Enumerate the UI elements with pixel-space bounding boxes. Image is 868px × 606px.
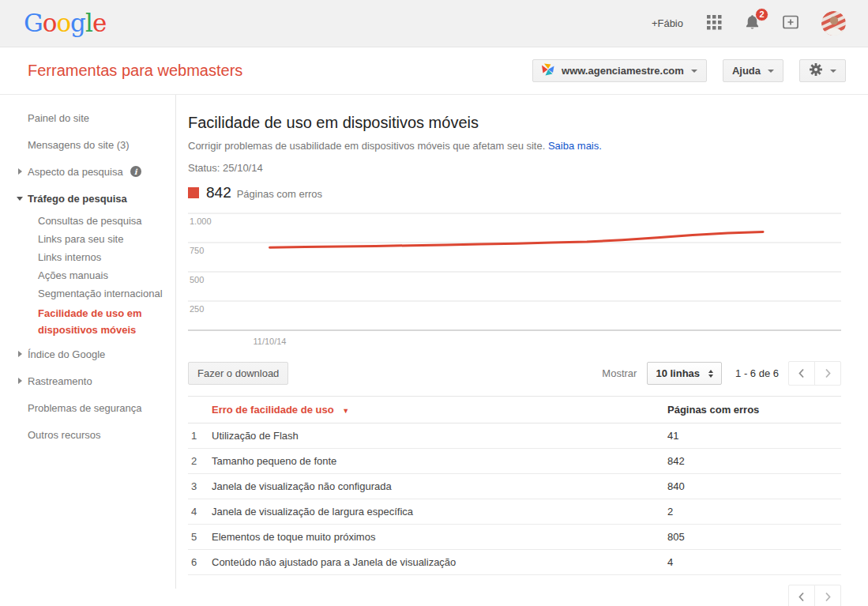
rows-select-value: 10 linhas xyxy=(656,367,700,379)
chevron-down-icon xyxy=(830,70,836,73)
sidebar-item-outros-recursos[interactable]: Outros recursos xyxy=(0,421,175,448)
sidebar-item-label: Segmentação internacional xyxy=(38,288,163,299)
sidebar-item-label: Painel do site xyxy=(28,112,89,124)
info-icon[interactable]: i xyxy=(130,166,141,177)
row-number: 3 xyxy=(188,474,212,499)
sidebar-item-painel-do-site[interactable]: Painel do site xyxy=(0,104,175,131)
status-text: Status: 25/10/14 xyxy=(188,162,841,174)
usability-chart: 1.00075050025011/10/14 xyxy=(188,213,841,348)
error-name[interactable]: Elementos de toque muito próximos xyxy=(212,525,667,550)
google-logo[interactable]: Google xyxy=(24,11,106,36)
table-row: 1Utilização de Flash41 xyxy=(188,423,841,449)
error-name[interactable]: Utilização de Flash xyxy=(212,423,667,449)
svg-text:11/10/14: 11/10/14 xyxy=(253,337,286,346)
chevron-down-icon xyxy=(17,197,23,201)
table-row: 5Elementos de toque muito próximos805 xyxy=(188,525,841,550)
pages-with-errors-value: 2 xyxy=(667,499,841,525)
next-page-button-bottom[interactable] xyxy=(814,585,841,606)
app-title: Ferramentas para webmasters xyxy=(28,62,242,80)
page-body: Painel do siteMensagens do site (3)Aspec… xyxy=(0,95,868,605)
pages-with-errors-value: 41 xyxy=(667,423,841,449)
chevron-left-icon xyxy=(797,368,806,378)
error-name[interactable]: Janela de visualização de largura especí… xyxy=(212,499,667,525)
logo-letter: o xyxy=(56,9,70,37)
sidebar-item-rastreamento[interactable]: Rastreamento xyxy=(0,367,175,394)
pages-with-errors-line xyxy=(270,231,764,247)
pages-with-errors-value: 4 xyxy=(667,550,841,575)
sidebar-item-problemas-de-seguranca[interactable]: Problemas de segurança xyxy=(0,394,175,421)
site-selector-dropdown[interactable]: www.agenciamestre.com xyxy=(532,59,707,82)
sidebar-item-label: Ações manuais xyxy=(38,269,108,281)
logo-letter: e xyxy=(92,9,106,37)
appbar-actions: www.agenciamestre.com Ajuda xyxy=(532,59,846,82)
chevron-right-icon xyxy=(823,592,832,602)
sidebar-item-links-para-seu-site[interactable]: Links para seu site xyxy=(0,230,175,248)
site-selector-label: www.agenciamestre.com xyxy=(562,65,684,77)
row-number: 1 xyxy=(188,423,212,449)
svg-text:250: 250 xyxy=(190,304,204,314)
show-label: Mostrar xyxy=(602,367,637,379)
svg-text:750: 750 xyxy=(190,246,204,255)
sidebar-item-links-internos[interactable]: Links internos xyxy=(0,248,175,266)
chevron-right-icon xyxy=(18,168,22,175)
sidebar-item-facilidade-de-uso-em-dispositivos-moveis[interactable]: Facilidade de uso em dispositivos móveis xyxy=(0,303,175,341)
error-name[interactable]: Conteúdo não ajustado para a Janela de v… xyxy=(212,550,667,575)
select-spinner-icon xyxy=(708,370,713,378)
table-row: 2Tamanho pequeno de fonte842 xyxy=(188,449,841,474)
sidebar-item-label: Links para seu site xyxy=(38,233,123,245)
sidebar-item-label: Aspecto da pesquisa xyxy=(28,166,123,178)
legend-error-count: 842 xyxy=(206,184,231,201)
apps-grid-button[interactable] xyxy=(707,15,722,32)
sidebar-item-label: Links internos xyxy=(38,251,101,263)
avatar[interactable] xyxy=(821,11,846,36)
sidebar-item-aspecto-da-pesquisa[interactable]: Aspecto da pesquisai xyxy=(0,158,175,185)
next-page-button[interactable] xyxy=(814,361,841,386)
sidebar-item-consultas-de-pesquisa[interactable]: Consultas de pesquisa xyxy=(0,212,175,230)
chart-legend: 842 Páginas com erros xyxy=(188,184,841,201)
page-description: Corrigir problemas de usabilidade em dis… xyxy=(188,140,841,152)
errors-table: Erro de facilidade de uso ▼ Páginas com … xyxy=(188,396,841,575)
notifications-button[interactable]: 2 xyxy=(744,14,761,33)
help-dropdown[interactable]: Ajuda xyxy=(723,59,783,82)
sidebar-item-mensagens-do-site[interactable]: Mensagens do site (3) xyxy=(0,131,175,158)
table-body: 1Utilização de Flash412Tamanho pequeno d… xyxy=(188,423,841,575)
app-bar: Ferramentas para webmasters www.agenciam… xyxy=(0,47,868,95)
account-name-link[interactable]: +Fábio xyxy=(652,17,683,29)
error-name[interactable]: Tamanho pequeno de fonte xyxy=(212,449,667,474)
sidebar-item-label: Rastreamento xyxy=(28,375,92,387)
prev-page-button[interactable] xyxy=(788,361,815,386)
logo-letter: g xyxy=(70,9,85,37)
description-text: Corrigir problemas de usabilidade em dis… xyxy=(188,140,545,152)
sidebar-item-label: Consultas de pesquisa xyxy=(38,215,142,227)
pages-with-errors-value: 805 xyxy=(667,525,841,550)
prev-page-button-bottom[interactable] xyxy=(788,585,815,606)
row-number: 4 xyxy=(188,499,212,525)
sidebar-item-trafego-de-pesquisa[interactable]: Tráfego de pesquisa xyxy=(0,185,175,212)
sidebar-item-segmentacao-internacional[interactable]: Segmentação internacional xyxy=(0,284,175,303)
settings-dropdown[interactable] xyxy=(799,59,846,82)
download-button[interactable]: Fazer o download xyxy=(188,362,288,385)
legend-label: Páginas com erros xyxy=(237,188,322,200)
logo-letter: o xyxy=(43,9,57,37)
sidebar-item-label: Índice do Google xyxy=(28,348,105,360)
chevron-down-icon xyxy=(768,70,774,73)
pager-bottom xyxy=(188,585,841,606)
error-name[interactable]: Janela de visualização não configurada xyxy=(212,474,667,499)
column-header-pages[interactable]: Páginas com erros xyxy=(667,397,841,423)
row-number: 2 xyxy=(188,449,212,474)
learn-more-link[interactable]: Saiba mais. xyxy=(548,140,602,152)
column-header-error[interactable]: Erro de facilidade de uso ▼ xyxy=(212,397,667,423)
range-label: 1 - 6 de 6 xyxy=(735,367,779,379)
main-content: Facilidade de uso em dispositivos móveis… xyxy=(176,95,868,605)
column-header-error-label: Erro de facilidade de uso xyxy=(212,404,334,416)
header-spacer xyxy=(188,397,212,423)
table-row: 6Conteúdo não ajustado para a Janela de … xyxy=(188,550,841,575)
topbar-actions: +Fábio 2 xyxy=(652,11,846,36)
row-number: 5 xyxy=(188,525,212,550)
rows-per-page-select[interactable]: 10 linhas xyxy=(647,362,722,385)
sidebar-item-acoes-manuais[interactable]: Ações manuais xyxy=(0,266,175,284)
sidebar-item-indice-do-google[interactable]: Índice do Google xyxy=(0,341,175,367)
share-box-button[interactable] xyxy=(783,15,799,32)
svg-text:1.000: 1.000 xyxy=(190,216,212,226)
google-top-bar: Google +Fábio 2 xyxy=(0,0,868,47)
